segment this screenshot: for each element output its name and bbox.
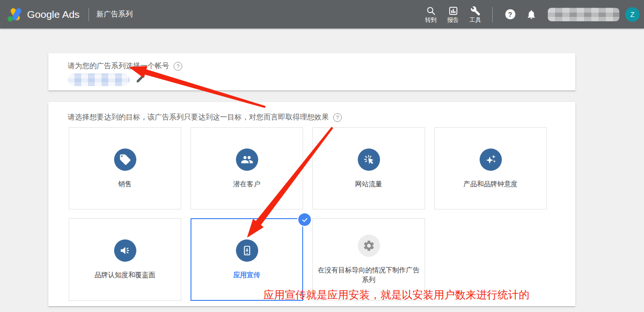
account-card-title-text: 请为您的广告系列选择一个帐号 <box>68 61 169 71</box>
bell-icon <box>526 9 537 20</box>
avatar[interactable]: Z <box>625 7 640 22</box>
goal-card-title: 请选择想要达到的目标，该广告系列只要达到这一目标，对您而言即取得理想效果 ? <box>68 113 342 122</box>
tag-icon <box>119 153 132 166</box>
goal-tile-label: 潜在客户 <box>196 179 298 189</box>
gear-icon <box>363 239 375 252</box>
account-card-title: 请为您的广告系列选择一个帐号 ? <box>68 61 182 71</box>
annotation-note: 应用宣传就是应用安装，就是以安装用户数来进行统计的 <box>263 288 529 302</box>
tools-icon <box>470 6 481 16</box>
account-select-card: 请为您的广告系列选择一个帐号 ? <box>48 53 575 90</box>
help-button[interactable]: ? <box>499 9 521 19</box>
nav-label: 报告 <box>447 17 459 23</box>
nav-item-reports[interactable]: 报告 <box>442 6 464 23</box>
header-actions: 转到 报告 工具 ? Z <box>420 6 644 23</box>
edit-account-button[interactable] <box>135 73 148 86</box>
goal-tile-label: 品牌认知度和覆盖面 <box>74 270 176 280</box>
nav-label: 工具 <box>469 17 481 23</box>
goal-tile-leads[interactable]: 潜在客户 <box>190 127 303 209</box>
help-icon: ? <box>505 9 515 19</box>
account-info-redacted[interactable] <box>548 8 619 21</box>
nav-item-goto[interactable]: 转到 <box>420 6 442 23</box>
people-icon <box>241 153 253 166</box>
nav-item-tools[interactable]: 工具 <box>464 6 486 23</box>
brand-text: Google Ads <box>27 9 80 20</box>
goal-tile-label: 网站流量 <box>318 179 420 189</box>
page-title: 新广告系列 <box>97 10 133 19</box>
nav-label: 转到 <box>425 17 437 23</box>
goal-tile-website-traffic[interactable]: 网站流量 <box>312 127 425 209</box>
check-icon <box>301 216 308 223</box>
goal-select-card: 请选择想要达到的目标，该广告系列只要达到这一目标，对您而言即取得理想效果 ? 销… <box>48 102 575 306</box>
top-app-bar: Google Ads 新广告系列 转到 报告 工具 <box>0 0 644 29</box>
google-ads-logo <box>6 7 23 22</box>
help-icon[interactable]: ? <box>174 62 182 71</box>
header-divider <box>88 8 89 21</box>
goal-tile-brand-awareness-reach[interactable]: 品牌认知度和覆盖面 <box>69 218 181 301</box>
header-divider <box>492 7 493 22</box>
goal-tile-sales[interactable]: 销售 <box>69 127 181 209</box>
app-install-icon <box>241 244 253 257</box>
selected-check-badge <box>297 212 312 227</box>
search-icon <box>426 6 436 16</box>
sparkles-icon <box>484 153 497 166</box>
notifications-button[interactable] <box>521 9 542 20</box>
google-ads-new-campaign-page: { "header": { "product": "Google Ads", "… <box>0 0 644 312</box>
goal-tile-label: 销售 <box>74 179 176 189</box>
pencil-icon <box>135 73 146 84</box>
goal-card-title-text: 请选择想要达到的目标，该广告系列只要达到这一目标，对您而言即取得理想效果 <box>68 113 329 122</box>
goal-tile-label: 应用宣传 <box>196 270 298 280</box>
megaphone-icon <box>119 244 132 257</box>
help-icon[interactable]: ? <box>333 113 342 122</box>
goal-tile-product-brand-consideration[interactable]: 产品和品牌钟意度 <box>434 127 547 209</box>
reports-icon <box>448 6 458 16</box>
click-icon <box>363 153 375 166</box>
goal-tile-label: 产品和品牌钟意度 <box>439 179 542 189</box>
goal-tile-label: 在没有目标导向的情况下制作广告系列 <box>318 265 420 284</box>
account-name-redacted <box>68 74 130 86</box>
